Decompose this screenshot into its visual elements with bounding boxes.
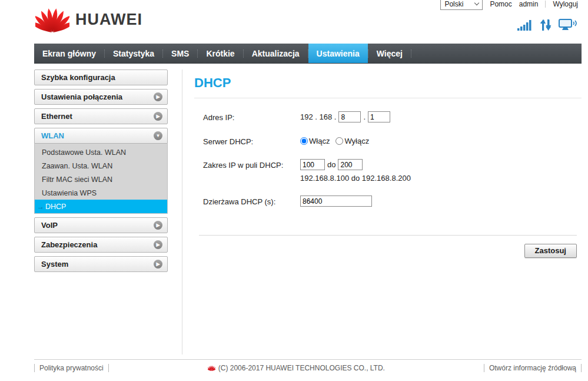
sidebar-item-wlan[interactable]: WLAN ▼ — [34, 128, 168, 144]
sidebar-item-label: VoIP — [41, 221, 58, 230]
open-source-link[interactable]: Otwórz informację źródłową — [484, 364, 582, 372]
dhcp-range-row: Zakres IP w puli DHCP: do 192.168.8.100 … — [194, 159, 582, 183]
ip-address-label: Adres IP: — [194, 111, 300, 122]
sidebar: Szybka konfiguracja Ustawienia połączeni… — [34, 69, 168, 355]
huawei-flower-icon — [35, 5, 69, 34]
chevron-right-icon: ▶ — [154, 260, 162, 269]
submenu-item-label: Zaawan. Usta. WLAN — [42, 162, 112, 170]
range-joiner: do — [327, 160, 335, 169]
nav-aktualizacja[interactable]: Aktualizacja — [244, 44, 308, 63]
dhcp-server-row: Serwer DHCP: Włącz Wyłącz — [194, 135, 582, 146]
nav-ekran-glowny[interactable]: Ekran główny — [34, 44, 104, 63]
lease-time-input[interactable] — [300, 196, 372, 207]
dhcp-enable-radio[interactable] — [300, 137, 308, 145]
dhcp-range-label: Zakres IP w puli DHCP: — [194, 159, 300, 183]
ip-octet3-input[interactable] — [338, 111, 361, 122]
submenu-item-label: DHCP — [45, 203, 66, 211]
sidebar-item-label: Zabezpieczenia — [41, 240, 97, 249]
main-content: DHCP Adres IP: 192 . 168 . . Serwer DHCP… — [182, 69, 582, 355]
dhcp-disable-radio[interactable] — [335, 137, 343, 145]
copyright: (C) 2006-2017 HUAWEI TECHNOLOGIES CO., L… — [109, 364, 484, 372]
sidebar-item-label: WLAN — [41, 131, 64, 140]
sidebar-item-label: Ustawienia połączenia — [41, 92, 122, 101]
chevron-down-icon: ▼ — [154, 131, 162, 140]
huawei-flower-icon-small — [208, 365, 215, 372]
range-start-input[interactable] — [300, 159, 325, 170]
nav-krotkie[interactable]: Krótkie — [198, 44, 242, 63]
page-title: DHCP — [194, 75, 582, 91]
selected-arrow-icon: → — [37, 203, 44, 211]
nav-sms[interactable]: SMS — [163, 44, 197, 63]
nav-statystyka[interactable]: Statystyka — [105, 44, 162, 63]
submenu-item-label: Ustawienia WPS — [42, 189, 97, 197]
dhcp-disable-label[interactable]: Wyłącz — [344, 137, 369, 145]
submenu-item-label: Filtr MAC sieci WLAN — [42, 175, 112, 184]
language-select[interactable]: Polski — [440, 0, 483, 10]
separator — [545, 1, 546, 8]
sidebar-item-ethernet[interactable]: Ethernet ▶ — [34, 108, 168, 124]
signal-icon — [517, 20, 533, 31]
copyright-text: (C) 2006-2017 HUAWEI TECHNOLOGIES CO., L… — [218, 364, 385, 372]
sidebar-item-label: Ethernet — [41, 112, 72, 121]
sidebar-item-zabezpieczenia[interactable]: Zabezpieczenia ▶ — [34, 237, 168, 253]
dhcp-enable-label[interactable]: Włącz — [309, 137, 330, 145]
wlan-submenu: Podstawowe Usta. WLAN Zaawan. Usta. WLAN… — [34, 144, 168, 214]
header: HUAWEI Polski Pomoc admin Wyloguj — [34, 0, 582, 44]
divider — [199, 235, 577, 236]
apply-button[interactable]: Zastosuj — [524, 244, 577, 258]
range-end-input[interactable] — [338, 159, 363, 170]
monitor-wifi-icon — [559, 19, 577, 31]
sidebar-item-system[interactable]: System ▶ — [34, 256, 168, 272]
language-value: Polski — [444, 0, 463, 8]
user-link[interactable]: admin — [519, 0, 539, 8]
chevron-right-icon: ▶ — [154, 221, 162, 230]
huawei-logo: HUAWEI — [35, 5, 142, 34]
chevron-down-icon — [474, 1, 479, 5]
chevron-right-icon: ▶ — [154, 112, 162, 121]
page: HUAWEI Polski Pomoc admin Wyloguj — [34, 0, 582, 381]
sidebar-item-label: System — [41, 260, 68, 269]
updown-arrows-icon — [540, 19, 552, 31]
submenu-item-dhcp-selected[interactable]: → DHCP — [35, 200, 167, 213]
ip-prefix: 192 . 168 . — [300, 112, 336, 121]
sidebar-item-label: Szybka konfiguracja — [41, 73, 115, 82]
privacy-policy-link[interactable]: Polityka prywatności — [34, 364, 109, 372]
divider — [194, 98, 582, 98]
submenu-item-zaawan-usta-wlan[interactable]: Zaawan. Usta. WLAN — [35, 159, 167, 173]
sidebar-item-szybka-konfiguracja[interactable]: Szybka konfiguracja — [34, 69, 168, 85]
range-hint: 192.168.8.100 do 192.168.8.200 — [300, 174, 411, 183]
footer: Polityka prywatności (C) 2006-2017 HUAWE… — [34, 359, 582, 372]
ip-dot: . — [363, 112, 366, 121]
sidebar-item-voip[interactable]: VoIP ▶ — [34, 217, 168, 233]
submenu-item-label: Podstawowe Usta. WLAN — [42, 148, 126, 157]
dhcp-server-label: Serwer DHCP: — [194, 135, 300, 146]
help-link[interactable]: Pomoc — [490, 0, 511, 8]
logout-link[interactable]: Wyloguj — [553, 0, 578, 8]
nav-wiecej[interactable]: Więcej — [368, 44, 411, 63]
chevron-right-icon: ▶ — [154, 92, 162, 101]
brand-name: HUAWEI — [75, 11, 142, 29]
nav-separator — [411, 49, 411, 58]
submenu-item-ustawienia-wps[interactable]: Ustawienia WPS — [35, 186, 167, 200]
top-links: Polski Pomoc admin Wyloguj — [440, 0, 578, 10]
submenu-item-podstawowe-usta-wlan[interactable]: Podstawowe Usta. WLAN — [35, 145, 167, 159]
sidebar-item-ustawienia-polaczenia[interactable]: Ustawienia połączenia ▶ — [34, 89, 168, 105]
ip-address-row: Adres IP: 192 . 168 . . — [194, 111, 582, 122]
ip-octet4-input[interactable] — [368, 111, 390, 122]
nav-ustawienia[interactable]: Ustawienia — [308, 44, 368, 63]
dhcp-lease-label: Dzierżawa DHCP (s): — [194, 196, 300, 207]
dhcp-lease-row: Dzierżawa DHCP (s): — [194, 196, 582, 207]
chevron-right-icon: ▶ — [154, 240, 162, 249]
submenu-item-filtr-mac[interactable]: Filtr MAC sieci WLAN — [35, 173, 167, 186]
status-icons — [517, 19, 577, 31]
main-nav: Ekran główny Statystyka SMS Krótkie Aktu… — [34, 44, 582, 64]
